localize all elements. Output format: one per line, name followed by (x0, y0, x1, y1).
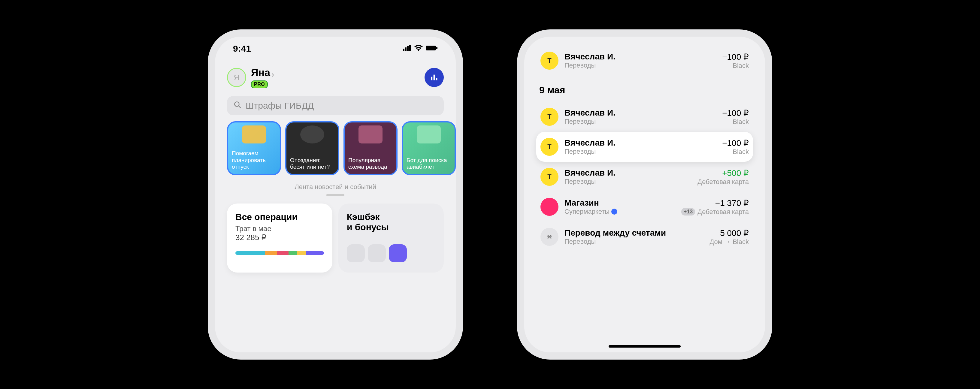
tx-amount: −100 ₽ (722, 52, 749, 62)
avatar[interactable]: Я (227, 68, 246, 87)
transaction-row[interactable]: TВячеслав И.Переводы−100 ₽Black (536, 132, 753, 162)
tx-sub: Переводы (565, 117, 716, 125)
svg-point-9 (234, 102, 239, 106)
user-name: Яна (251, 67, 270, 78)
bonus-row (347, 245, 435, 262)
svg-rect-2 (407, 46, 409, 51)
tx-amount: −100 ₽ (722, 108, 749, 118)
tx-amount: +500 ₽ (722, 168, 749, 178)
tx-sub: Переводы (565, 148, 716, 156)
analytics-button[interactable] (425, 68, 444, 87)
search-placeholder: Штрафы ГИБДД (246, 100, 314, 111)
merchant-icon: T (541, 108, 558, 126)
bonus-chip (347, 245, 365, 262)
bonus-chip (389, 245, 407, 262)
story-text: Опоздания: бесят или нет? (290, 157, 334, 171)
tx-amount: 5 000 ₽ (720, 228, 749, 238)
widget-sub: Трат в мае (235, 224, 324, 233)
story-card[interactable]: Бот для поиска авиабилет (402, 121, 456, 175)
transaction-row[interactable]: T Вячеслав И. Переводы −100 ₽ Black (536, 46, 753, 76)
tx-title: Перевод между счетами (565, 228, 703, 238)
transactions-list[interactable]: T Вячеслав И. Переводы −100 ₽ Black 9 ма… (524, 43, 765, 255)
merchant-icon: T (541, 138, 558, 156)
svg-rect-1 (405, 48, 407, 51)
chevron-right-icon: › (271, 70, 274, 79)
date-header: 9 мая (536, 76, 753, 102)
tx-title: Магазин (565, 198, 675, 208)
svg-rect-6 (431, 77, 433, 81)
tx-card: +13 Дебетовая карта (681, 208, 749, 216)
widget-title: Кэшбэки бонусы (347, 212, 435, 232)
svg-rect-7 (434, 75, 435, 81)
header: Я Яна › PRO (215, 60, 456, 91)
home-indicator-icon (609, 345, 681, 348)
story-image (417, 125, 441, 143)
status-icons (403, 44, 438, 53)
tx-sub: Переводы (565, 178, 692, 186)
tx-title: Вячеслав И. (565, 108, 716, 117)
status-time: 9:41 (233, 43, 251, 54)
transaction-row[interactable]: TВячеслав И.Переводы+500 ₽Дебетовая карт… (536, 162, 753, 192)
drag-handle-icon[interactable] (326, 194, 344, 196)
svg-rect-5 (436, 47, 438, 49)
story-text: Бот для поиска авиабилет (407, 157, 451, 171)
tx-card: Black (733, 148, 749, 156)
search-icon (234, 101, 242, 111)
tx-sub: Супермаркеты (565, 208, 675, 216)
user-block[interactable]: Я Яна › PRO (227, 67, 274, 88)
merchant-icon: T (541, 168, 558, 186)
tx-sub: Переводы (565, 62, 716, 69)
transactions-screen: T Вячеслав И. Переводы −100 ₽ Black 9 ма… (524, 37, 765, 352)
transaction-row[interactable]: МагазинСупермаркеты −1 370 ₽+13 Дебетова… (536, 192, 753, 222)
story-card[interactable]: Помогаем планировать отпуск (227, 121, 281, 175)
search-bar[interactable]: Штрафы ГИБДД (227, 96, 444, 115)
story-image (242, 125, 266, 143)
story-image (300, 125, 324, 143)
merchant-icon: T (541, 52, 558, 70)
stories-row[interactable]: Помогаем планировать отпуск Опоздания: б… (215, 121, 456, 181)
phone-home: 9:41 Я Яна › (208, 29, 463, 360)
widget-title: Все операции (235, 212, 324, 222)
bonus-badge: +13 (681, 208, 695, 216)
tx-card: Дебетовая карта (697, 178, 749, 186)
story-card[interactable]: Опоздания: бесят или нет? (285, 121, 339, 175)
phone-transactions: T Вячеслав И. Переводы −100 ₽ Black 9 ма… (517, 29, 772, 360)
tx-card: Black (733, 118, 749, 126)
home-screen: 9:41 Я Яна › (215, 37, 456, 352)
merchant-icon (541, 198, 558, 216)
spend-bar (235, 251, 324, 255)
svg-rect-8 (436, 78, 438, 80)
signal-icon (403, 44, 411, 53)
tx-card: Дом → Black (710, 238, 749, 246)
operations-widget[interactable]: Все операции Трат в мае 32 285 ₽ (227, 203, 332, 273)
widget-value: 32 285 ₽ (235, 233, 324, 242)
tx-card: Black (733, 62, 749, 70)
tx-title: Вячеслав И. (565, 52, 716, 62)
svg-rect-3 (409, 45, 411, 51)
story-text: Популярная схема развода (348, 157, 393, 171)
tx-title: Вячеслав И. (565, 138, 716, 148)
tx-amount: −1 370 ₽ (715, 198, 749, 208)
svg-line-10 (239, 106, 241, 108)
pro-badge: PRO (251, 81, 268, 88)
category-dot-icon (611, 209, 617, 214)
cashback-widget[interactable]: Кэшбэки бонусы (338, 203, 444, 273)
svg-rect-4 (426, 46, 436, 51)
story-text: Помогаем планировать отпуск (232, 150, 276, 170)
svg-rect-0 (403, 49, 404, 51)
chart-icon (430, 73, 438, 82)
story-image (358, 125, 382, 143)
tx-title: Вячеслав И. (565, 168, 692, 178)
tx-amount: −100 ₽ (722, 138, 749, 148)
wifi-icon (414, 44, 423, 53)
feed-label: Лента новостей и событий (215, 181, 456, 194)
battery-icon (426, 44, 438, 53)
story-card[interactable]: Популярная схема развода (344, 121, 398, 175)
status-bar: 9:41 (215, 37, 456, 60)
transaction-row[interactable]: Перевод между счетамиПереводы5 000 ₽Дом … (536, 222, 753, 252)
transaction-row[interactable]: TВячеслав И.Переводы−100 ₽Black (536, 102, 753, 132)
widgets-row: Все операции Трат в мае 32 285 ₽ Кэшбэки… (215, 203, 456, 273)
merchant-icon (541, 228, 558, 246)
tx-sub: Переводы (565, 238, 703, 246)
bonus-chip (368, 245, 386, 262)
